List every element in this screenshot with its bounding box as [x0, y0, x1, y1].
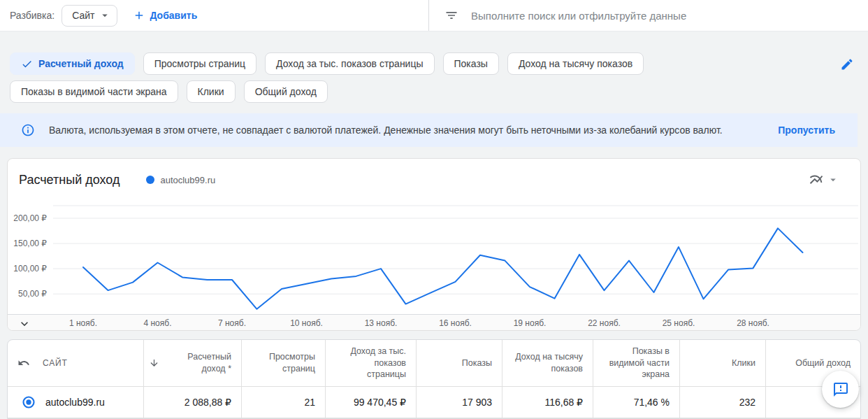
header-impression-rpm[interactable]: Доход на тысячу показов [502, 340, 593, 386]
chip-label: Доход за тыс. показов страницы [276, 58, 423, 69]
legend-dot [146, 176, 154, 184]
sites-table: САЙТ Расчетный доход * Просмотры страниц… [7, 339, 861, 419]
chart-legend: autoclub99.ru [146, 175, 215, 185]
add-breakdown-label: Добавить [150, 10, 197, 21]
chip-label: Показы [454, 58, 488, 69]
header-label: Расчетный доход * [164, 351, 231, 375]
chip-impressions[interactable]: Показы [443, 52, 499, 75]
reset-columns-icon[interactable] [17, 357, 30, 369]
svg-text:16 нояб.: 16 нояб. [439, 318, 472, 328]
svg-text:200,00 ₽: 200,00 ₽ [13, 213, 47, 223]
header-impressions[interactable]: Показы [417, 340, 502, 386]
chart-card: Расчетный доход autoclub99.ru 50,00 ₽100… [7, 158, 861, 331]
svg-text:150,00 ₽: 150,00 ₽ [13, 239, 47, 248]
header-page-rpm[interactable]: Доход за тыс. показов страницы [326, 340, 417, 386]
currency-warning-banner: Валюта, используемая в этом отчете, не с… [0, 113, 858, 147]
search-input[interactable] [471, 10, 868, 22]
cell-impressions: 17 903 [417, 387, 502, 418]
header-estimated-earnings[interactable]: Расчетный доход * [144, 340, 242, 386]
site-name: autoclub99.ru [45, 397, 105, 408]
top-toolbar: Разбивка: Сайт Добавить [0, 0, 868, 31]
header-label: Показы [426, 357, 492, 369]
metric-chips-row-2: Показы в видимой части экрана Клики Общи… [10, 80, 328, 103]
table-row: autoclub99.ru 2 088,88 ₽ 21 99 470,45 ₽ … [8, 387, 860, 418]
earnings-line-chart[interactable]: 50,00 ₽100,00 ₽150,00 ₽200,00 ₽1 нояб.4 … [8, 201, 861, 331]
chip-label: Доход на тысячу показов [519, 58, 632, 69]
header-page-views[interactable]: Просмотры страниц [242, 340, 326, 386]
header-label: Просмотры страниц [252, 351, 315, 375]
breakdown-select-value: Сайт [72, 10, 94, 21]
chip-label: Просмотры страниц [154, 58, 245, 69]
chip-label: Клики [198, 86, 224, 97]
add-breakdown-button[interactable]: Добавить [133, 9, 197, 22]
header-viewable-impressions[interactable]: Показы в видимой части экрана [593, 340, 680, 386]
svg-text:22 нояб.: 22 нояб. [588, 318, 621, 328]
banner-message: Валюта, используемая в этом отчете, не с… [49, 125, 778, 136]
svg-text:1 нояб.: 1 нояб. [69, 318, 97, 328]
feedback-button[interactable] [822, 371, 859, 408]
metric-chips-row-1: Расчетный доход Просмотры страниц Доход … [10, 52, 644, 75]
feedback-chat-icon [832, 381, 849, 398]
collapse-chart-chevron-icon[interactable] [17, 317, 31, 331]
svg-text:7 нояб.: 7 нояб. [218, 318, 246, 328]
chip-page-rpm[interactable]: Доход за тыс. показов страницы [265, 52, 434, 75]
chevron-down-icon [99, 9, 111, 22]
chevron-down-icon [827, 173, 839, 186]
header-label: Общий доход [776, 357, 851, 369]
header-site[interactable]: САЙТ [8, 340, 144, 386]
breakdown-label: Разбивка: [10, 10, 55, 21]
visibility-toggle-icon[interactable] [22, 395, 36, 409]
cell-viewable-impressions: 71,46 % [593, 387, 680, 418]
cell-clicks: 232 [680, 387, 766, 418]
breakdown-select[interactable]: Сайт [62, 5, 117, 27]
header-clicks[interactable]: Клики [680, 340, 766, 386]
svg-text:25 нояб.: 25 нояб. [663, 318, 695, 328]
chip-impression-rpm[interactable]: Доход на тысячу показов [507, 52, 644, 75]
chip-label: Расчетный доход [38, 58, 124, 69]
plus-icon [133, 9, 145, 22]
header-label: Доход за тыс. показов страницы [335, 346, 406, 381]
svg-text:4 нояб.: 4 нояб. [143, 318, 171, 328]
header-label: Доход на тысячу показов [512, 351, 583, 375]
filter-icon[interactable] [444, 8, 458, 22]
chart-card-header: Расчетный доход autoclub99.ru [8, 159, 860, 201]
edit-metrics-pencil-icon[interactable] [840, 57, 854, 71]
header-site-label: САЙТ [43, 357, 68, 369]
chip-label: Общий доход [255, 86, 317, 97]
multiline-chart-icon [809, 172, 824, 187]
svg-text:10 нояб.: 10 нояб. [290, 318, 323, 328]
sort-desc-arrow-icon [149, 358, 159, 369]
chip-clicks[interactable]: Клики [187, 80, 236, 103]
svg-text:50,00 ₽: 50,00 ₽ [18, 289, 47, 299]
chip-viewable-impressions[interactable]: Показы в видимой части экрана [10, 80, 178, 103]
legend-label: autoclub99.ru [160, 175, 215, 185]
header-label: Клики [690, 357, 755, 369]
cell-estimated-earnings: 2 088,88 ₽ [144, 387, 242, 418]
svg-text:28 нояб.: 28 нояб. [737, 318, 769, 328]
cell-page-rpm: 99 470,45 ₽ [326, 387, 417, 418]
row-site-cell: autoclub99.ru [8, 387, 144, 418]
chip-total-earnings[interactable]: Общий доход [244, 80, 328, 103]
chip-label: Показы в видимой части экрана [21, 86, 167, 97]
chart-title: Расчетный доход [19, 173, 120, 187]
breakdown-controls: Разбивка: Сайт Добавить [0, 0, 428, 31]
svg-text:100,00 ₽: 100,00 ₽ [13, 264, 47, 274]
chart-type-selector[interactable] [809, 172, 849, 187]
chip-estimated-earnings[interactable]: Расчетный доход [10, 52, 135, 75]
check-icon [21, 58, 33, 70]
svg-text:13 нояб.: 13 нояб. [365, 318, 398, 328]
cell-impression-rpm: 116,68 ₽ [502, 387, 593, 418]
chip-page-views[interactable]: Просмотры страниц [143, 52, 256, 75]
info-icon [21, 123, 35, 137]
banner-dismiss-link[interactable]: Пропустить [778, 125, 835, 136]
cell-page-views: 21 [242, 387, 326, 418]
search-area [428, 0, 868, 31]
table-header-row: САЙТ Расчетный доход * Просмотры страниц… [8, 340, 860, 387]
header-label: Показы в видимой части экрана [603, 346, 670, 381]
svg-text:19 нояб.: 19 нояб. [514, 318, 547, 328]
